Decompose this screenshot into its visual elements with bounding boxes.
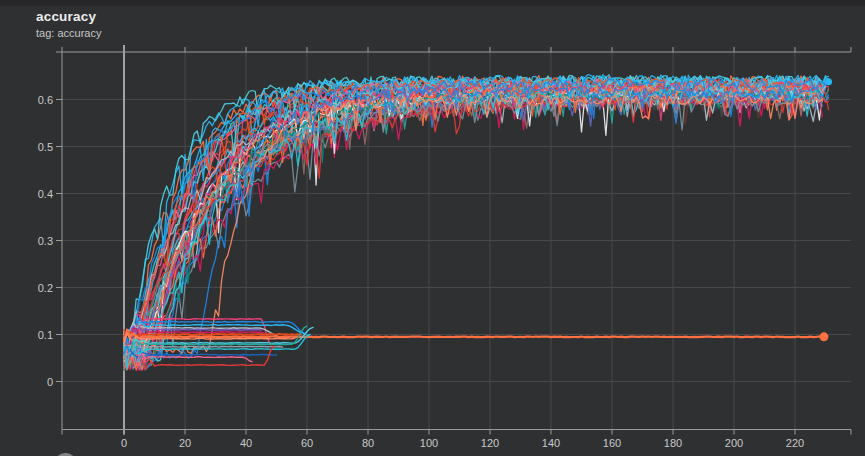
run-line bbox=[124, 90, 826, 361]
run-line bbox=[124, 76, 822, 364]
run-line bbox=[124, 88, 822, 359]
chart-title: accuracy bbox=[36, 9, 96, 24]
run-line bbox=[124, 79, 829, 355]
run-line bbox=[124, 97, 822, 364]
x-tick-label: 220 bbox=[786, 437, 804, 449]
run-line bbox=[124, 84, 819, 361]
endpoint-dot bbox=[825, 78, 832, 85]
tensorboard-scalar-panel: 02040608010012014016018020022000.10.20.3… bbox=[0, 0, 865, 456]
x-tick-label: 20 bbox=[179, 437, 191, 449]
y-tick-label: 0.3 bbox=[38, 235, 53, 247]
x-tick-label: 80 bbox=[362, 437, 374, 449]
run-line bbox=[124, 91, 822, 365]
y-tick-label: 0.1 bbox=[38, 329, 53, 341]
x-tick-label: 60 bbox=[301, 437, 313, 449]
x-tick-label: 100 bbox=[420, 437, 438, 449]
run-line bbox=[124, 83, 826, 370]
y-tick-label: 0.4 bbox=[38, 188, 53, 200]
run-line bbox=[124, 82, 819, 369]
x-tick-label: 180 bbox=[664, 437, 682, 449]
x-tick-label: 0 bbox=[121, 437, 127, 449]
y-tick-label: 0.2 bbox=[38, 282, 53, 294]
x-tick-label: 160 bbox=[603, 437, 621, 449]
x-tick-label: 200 bbox=[725, 437, 743, 449]
y-tick-label: 0.6 bbox=[38, 94, 53, 106]
y-tick-label: 0.5 bbox=[38, 141, 53, 153]
x-tick-label: 40 bbox=[240, 437, 252, 449]
endpoint-dot bbox=[819, 332, 828, 341]
x-tick-label: 140 bbox=[542, 437, 560, 449]
x-tick-label: 120 bbox=[481, 437, 499, 449]
plot-svg[interactable]: 02040608010012014016018020022000.10.20.3… bbox=[0, 0, 865, 456]
y-tick-label: 0 bbox=[47, 376, 53, 388]
run-line bbox=[124, 82, 822, 366]
run-line bbox=[124, 88, 822, 356]
top-bar bbox=[0, 0, 865, 6]
run-lines bbox=[124, 75, 829, 370]
endpoint-dots bbox=[819, 78, 832, 341]
chart-tag-subtitle: tag: accuracy bbox=[36, 27, 101, 39]
run-line bbox=[124, 75, 826, 357]
run-line bbox=[124, 85, 829, 357]
run-line bbox=[124, 86, 826, 355]
